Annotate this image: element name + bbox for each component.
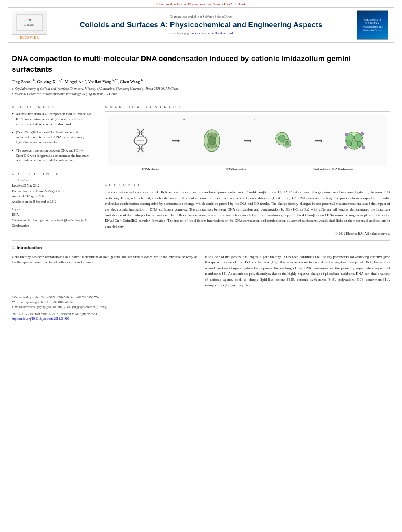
keywords-label: Keywords: <box>12 208 93 211</box>
highlight-item-1: An evolution from DNA compaction to mult… <box>12 111 93 126</box>
intro-body: Gene therapy has been demonstrated as a … <box>12 254 390 288</box>
journal-header: Colloids and Surfaces A: Physicochem. En… <box>0 0 402 43</box>
svg-point-21 <box>361 132 364 135</box>
received-date: Received 5 May 2012 <box>12 183 93 189</box>
affiliation-b: b National Center for Nanoscience and Te… <box>12 91 390 96</box>
svg-point-19 <box>357 141 363 147</box>
keywords-section: Keywords: DNA Cationic imidazolium gemin… <box>12 208 93 228</box>
abstract-copyright: © 2012 Elsevier B.V. All rights reserved… <box>105 232 390 235</box>
left-column: H I G H L I G H T S An evolution from DN… <box>12 105 98 235</box>
svg-point-9 <box>209 136 215 145</box>
contents-line: Contents lists available at SciVerse Sci… <box>59 15 343 19</box>
journal-title: Colloids and Surfaces A: Physicochemical… <box>59 20 343 30</box>
ga-arrow-2: ⟹ <box>244 137 252 144</box>
intro-col-left: Gene therapy has been demonstrated as a … <box>12 254 197 288</box>
footer-issn: 0927-7757/$ – see front matter © 2012 El… <box>12 312 390 317</box>
ga-label-c: c <box>255 118 256 121</box>
svg-text:ELSEVIER: ELSEVIER <box>24 24 35 26</box>
ga-panel-b: b <box>182 117 242 164</box>
footnote-email: E-mail addresses: xuguiying@sdu.edu.cn (… <box>12 305 390 310</box>
ga-panel-a: a <box>110 117 170 164</box>
affiliation-a: a Key Laboratory of Colloid and Interfac… <box>12 86 390 91</box>
article-title-section: DNA compaction to multi-molecular DNA co… <box>12 46 390 100</box>
elsevier-label: ELSEVIER <box>20 36 39 39</box>
ga-caption-row: DNA Molecule DNA Compaction Multi-molecu… <box>108 167 387 171</box>
journal-top-bar: Colloids and Surfaces A: Physicochem. En… <box>8 2 394 6</box>
ga-panel-d: d <box>324 117 385 164</box>
svg-point-13 <box>285 141 289 145</box>
article-info-label: A R T I C L E I N F O <box>12 172 93 176</box>
article-dates: Received 5 May 2012 Received in revised … <box>12 183 93 204</box>
ga-caption-condensed: Multi-molecular DNA Condensation <box>313 167 353 171</box>
intro-text-right: is still one of the greatest challenges … <box>205 254 391 288</box>
journal-url[interactable]: www.elsevier.com/locate/colsurfa <box>192 32 234 35</box>
elsevier-logo-svg: 📚 ELSEVIER <box>16 14 43 32</box>
ga-label-b: b <box>183 118 185 121</box>
ga-panel-c: c <box>253 117 313 164</box>
intro-heading: 1. Introduction <box>12 245 390 250</box>
ga-panel-b-svg <box>202 127 222 154</box>
highlight-item-3: The stronger interaction between DNA and… <box>12 148 93 163</box>
keywords-list: DNA Cationic imidazolium gemini surfacta… <box>12 212 93 228</box>
footer-doi[interactable]: http://dx.doi.org/10.1016/j.colsurfa.201… <box>12 317 390 321</box>
dna-molecule-svg <box>133 127 148 154</box>
keyword-1: DNA <box>12 212 93 218</box>
intro-col-right: is still one of the greatest challenges … <box>205 254 391 288</box>
ga-panel-d-svg <box>342 127 367 154</box>
highlights-label: H I G H L I G H T S <box>12 105 93 109</box>
ga-panel-c-svg <box>273 127 293 154</box>
journal-cover-image: COLLOIDS AND SURFACES A: Physicochemical… <box>357 10 388 40</box>
abstract-section: A B S T R A C T The compaction and conde… <box>105 179 390 235</box>
ga-arrow-1: ⟹ <box>172 137 180 144</box>
page: Colloids and Surfaces A: Physicochem. En… <box>0 0 402 532</box>
footnote-co-corresponding: ** Co-corresponding author. Tel.: +86 10… <box>12 300 390 305</box>
intro-text-left: Gene therapy has been demonstrated as a … <box>12 254 197 265</box>
svg-point-18 <box>346 141 352 146</box>
keyword-2: Cationic imidazolium gemini surfactants … <box>12 218 93 223</box>
svg-text:📚: 📚 <box>28 18 31 22</box>
abstract-label: A B S T R A C T <box>105 183 390 187</box>
article-info-section: A R T I C L E I N F O Article history: R… <box>12 168 93 228</box>
footnote-corresponding: * Corresponding author. Tel.: +86 531 88… <box>12 295 390 300</box>
header-logo-left: 📚 ELSEVIER ELSEVIER <box>8 11 51 39</box>
available-date: Available online 8 September 2012 <box>12 199 93 205</box>
elsevier-logo-box: 📚 ELSEVIER <box>12 11 47 35</box>
graphical-abstract-image: a <box>108 115 387 166</box>
article-authors: Ting Zhou a,b, Guiying Xu a,*, Mingqi Ao… <box>12 78 390 84</box>
ga-panels: a <box>108 115 387 166</box>
intro-section: 1. Introduction Gene therapy has been de… <box>12 245 390 288</box>
ga-caption-compact: DNA Compaction <box>226 167 246 171</box>
article-body: DNA compaction to multi-molecular DNA co… <box>0 43 402 325</box>
right-column: G R A P H I C A L A B S T R A C T a <box>105 105 390 235</box>
revised-date: Received in revised form 27 August 2012 <box>12 189 93 194</box>
journal-citation: Colloids and Surfaces A: Physicochem. En… <box>156 2 246 6</box>
graphical-abstract-box: a <box>105 111 390 174</box>
accepted-date: Accepted 29 August 2012 <box>12 194 93 199</box>
ga-arrow-3: ⟹ <box>315 137 323 144</box>
ga-caption-dna: DNA Molecule <box>142 167 159 171</box>
svg-point-22 <box>362 146 365 149</box>
footnotes: * Corresponding author. Tel.: +86 531 88… <box>12 293 390 310</box>
graphical-abstract-label: G R A P H I C A L A B S T R A C T <box>105 105 390 109</box>
svg-rect-0 <box>17 15 43 31</box>
svg-point-20 <box>345 133 348 136</box>
journal-homepage: journal homepage: www.elsevier.com/locat… <box>59 32 343 35</box>
history-label: Article history: <box>12 178 93 182</box>
highlights-abstract-row: H I G H L I G H T S An evolution from DN… <box>12 105 390 235</box>
header-logo-right: COLLOIDS AND SURFACES A: Physicochemical… <box>351 10 394 40</box>
highlight-item-2: [Cn-4-Cnim]Br2 as novel imidazolium gemi… <box>12 130 93 145</box>
header-center: Contents lists available at SciVerse Sci… <box>51 15 351 35</box>
abstract-text: The compaction and condensation of DNA i… <box>105 189 390 229</box>
highlights-list: An evolution from DNA compaction to mult… <box>12 111 93 163</box>
article-main-title: DNA compaction to multi-molecular DNA co… <box>12 54 390 74</box>
keyword-3: Condensation <box>12 223 93 229</box>
section-divider <box>12 240 390 241</box>
header-content: 📚 ELSEVIER ELSEVIER Contents lists avail… <box>8 7 394 43</box>
svg-point-23 <box>344 146 347 149</box>
ga-label-a: a <box>112 118 113 121</box>
ga-label-d: d <box>326 118 328 121</box>
page-footer: 0927-7757/$ – see front matter © 2012 El… <box>12 312 390 321</box>
affiliations: a Key Laboratory of Colloid and Interfac… <box>12 86 390 96</box>
